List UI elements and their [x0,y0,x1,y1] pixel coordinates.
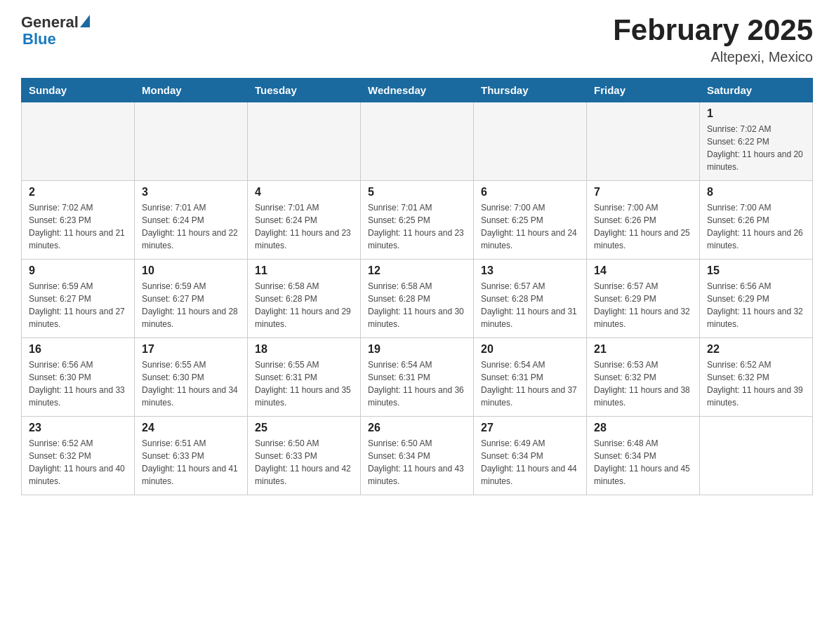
logo-blue-text: Blue [22,30,56,48]
day-info: Sunrise: 6:49 AMSunset: 6:34 PMDaylight:… [481,437,579,488]
day-number: 14 [594,264,692,277]
day-info: Sunrise: 6:55 AMSunset: 6:31 PMDaylight:… [255,358,353,409]
calendar-cell: 15Sunrise: 6:56 AMSunset: 6:29 PMDayligh… [700,260,813,338]
day-info: Sunrise: 7:00 AMSunset: 6:25 PMDaylight:… [481,201,579,252]
calendar-header: SundayMondayTuesdayWednesdayThursdayFrid… [22,79,813,102]
day-info: Sunrise: 7:00 AMSunset: 6:26 PMDaylight:… [594,201,692,252]
day-number: 3 [142,186,240,199]
day-number: 12 [368,264,466,277]
day-number: 18 [255,343,353,356]
day-info: Sunrise: 6:58 AMSunset: 6:28 PMDaylight:… [368,280,466,330]
day-info: Sunrise: 6:50 AMSunset: 6:33 PMDaylight:… [255,437,353,488]
day-info: Sunrise: 6:51 AMSunset: 6:33 PMDaylight:… [142,437,240,488]
weekday-header: Saturday [700,79,813,102]
day-info: Sunrise: 6:56 AMSunset: 6:30 PMDaylight:… [29,358,127,409]
day-info: Sunrise: 6:58 AMSunset: 6:28 PMDaylight:… [255,280,353,330]
day-info: Sunrise: 6:50 AMSunset: 6:34 PMDaylight:… [368,437,466,488]
calendar-cell: 7Sunrise: 7:00 AMSunset: 6:26 PMDaylight… [587,181,700,260]
day-number: 7 [594,186,692,199]
calendar-cell: 13Sunrise: 6:57 AMSunset: 6:28 PMDayligh… [474,260,587,338]
day-info: Sunrise: 7:00 AMSunset: 6:26 PMDaylight:… [707,201,805,252]
calendar-cell: 9Sunrise: 6:59 AMSunset: 6:27 PMDaylight… [22,260,135,338]
weekday-header: Friday [587,79,700,102]
weekday-header: Thursday [474,79,587,102]
day-info: Sunrise: 6:54 AMSunset: 6:31 PMDaylight:… [368,358,466,409]
day-number: 26 [368,422,466,434]
calendar-cell: 6Sunrise: 7:00 AMSunset: 6:25 PMDaylight… [474,181,587,260]
day-info: Sunrise: 7:02 AMSunset: 6:22 PMDaylight:… [707,123,805,173]
day-number: 1 [707,107,805,120]
day-info: Sunrise: 6:48 AMSunset: 6:34 PMDaylight:… [594,437,692,488]
page-header: General Blue February 2025 Altepexi, Mex… [21,14,813,65]
day-info: Sunrise: 6:56 AMSunset: 6:29 PMDaylight:… [707,280,805,330]
day-number: 28 [594,422,692,434]
calendar-cell: 19Sunrise: 6:54 AMSunset: 6:31 PMDayligh… [361,338,474,417]
logo-triangle-icon [80,15,90,27]
day-info: Sunrise: 7:02 AMSunset: 6:23 PMDaylight:… [29,201,127,252]
calendar-cell: 14Sunrise: 6:57 AMSunset: 6:29 PMDayligh… [587,260,700,338]
day-info: Sunrise: 6:53 AMSunset: 6:32 PMDaylight:… [594,358,692,409]
day-number: 10 [142,264,240,277]
calendar-cell: 27Sunrise: 6:49 AMSunset: 6:34 PMDayligh… [474,417,587,495]
calendar-cell: 8Sunrise: 7:00 AMSunset: 6:26 PMDaylight… [700,181,813,260]
day-info: Sunrise: 6:55 AMSunset: 6:30 PMDaylight:… [142,358,240,409]
day-number: 4 [255,186,353,199]
weekday-header: Wednesday [361,79,474,102]
weekday-header: Tuesday [248,79,361,102]
calendar-cell: 4Sunrise: 7:01 AMSunset: 6:24 PMDaylight… [248,181,361,260]
day-number: 27 [481,422,579,434]
calendar-week-row: 1Sunrise: 7:02 AMSunset: 6:22 PMDaylight… [22,102,813,181]
day-number: 8 [707,186,805,199]
calendar-cell: 23Sunrise: 6:52 AMSunset: 6:32 PMDayligh… [22,417,135,495]
day-number: 15 [707,264,805,277]
calendar-cell: 28Sunrise: 6:48 AMSunset: 6:34 PMDayligh… [587,417,700,495]
calendar-cell: 1Sunrise: 7:02 AMSunset: 6:22 PMDaylight… [700,102,813,181]
calendar-cell [587,102,700,181]
calendar-cell: 10Sunrise: 6:59 AMSunset: 6:27 PMDayligh… [135,260,248,338]
calendar-week-row: 2Sunrise: 7:02 AMSunset: 6:23 PMDaylight… [22,181,813,260]
calendar-body: 1Sunrise: 7:02 AMSunset: 6:22 PMDaylight… [22,102,813,495]
day-number: 11 [255,264,353,277]
weekday-row: SundayMondayTuesdayWednesdayThursdayFrid… [22,79,813,102]
calendar-table: SundayMondayTuesdayWednesdayThursdayFrid… [21,78,813,495]
calendar-cell [248,102,361,181]
calendar-cell [700,417,813,495]
logo-general-text: General [21,14,79,31]
calendar-cell: 2Sunrise: 7:02 AMSunset: 6:23 PMDaylight… [22,181,135,260]
calendar-cell: 20Sunrise: 6:54 AMSunset: 6:31 PMDayligh… [474,338,587,417]
calendar-cell [22,102,135,181]
day-number: 13 [481,264,579,277]
calendar-cell [361,102,474,181]
day-number: 25 [255,422,353,434]
calendar-cell: 5Sunrise: 7:01 AMSunset: 6:25 PMDaylight… [361,181,474,260]
day-info: Sunrise: 6:59 AMSunset: 6:27 PMDaylight:… [142,280,240,330]
day-number: 23 [29,422,127,434]
day-number: 5 [368,186,466,199]
day-info: Sunrise: 7:01 AMSunset: 6:25 PMDaylight:… [368,201,466,252]
page-subtitle: Altepexi, Mexico [613,49,813,65]
day-number: 2 [29,186,127,199]
calendar-cell: 16Sunrise: 6:56 AMSunset: 6:30 PMDayligh… [22,338,135,417]
day-number: 24 [142,422,240,434]
weekday-header: Monday [135,79,248,102]
day-info: Sunrise: 6:54 AMSunset: 6:31 PMDaylight:… [481,358,579,409]
logo: General Blue [21,14,90,48]
calendar-cell: 12Sunrise: 6:58 AMSunset: 6:28 PMDayligh… [361,260,474,338]
day-info: Sunrise: 7:01 AMSunset: 6:24 PMDaylight:… [255,201,353,252]
day-number: 16 [29,343,127,356]
calendar-cell: 25Sunrise: 6:50 AMSunset: 6:33 PMDayligh… [248,417,361,495]
day-number: 17 [142,343,240,356]
calendar-cell [474,102,587,181]
calendar-cell [135,102,248,181]
day-number: 20 [481,343,579,356]
day-number: 22 [707,343,805,356]
calendar-week-row: 23Sunrise: 6:52 AMSunset: 6:32 PMDayligh… [22,417,813,495]
day-number: 19 [368,343,466,356]
page-title: February 2025 [613,14,813,46]
calendar-cell: 11Sunrise: 6:58 AMSunset: 6:28 PMDayligh… [248,260,361,338]
day-info: Sunrise: 6:52 AMSunset: 6:32 PMDaylight:… [707,358,805,409]
calendar-cell: 22Sunrise: 6:52 AMSunset: 6:32 PMDayligh… [700,338,813,417]
calendar-cell: 18Sunrise: 6:55 AMSunset: 6:31 PMDayligh… [248,338,361,417]
day-number: 6 [481,186,579,199]
day-number: 21 [594,343,692,356]
